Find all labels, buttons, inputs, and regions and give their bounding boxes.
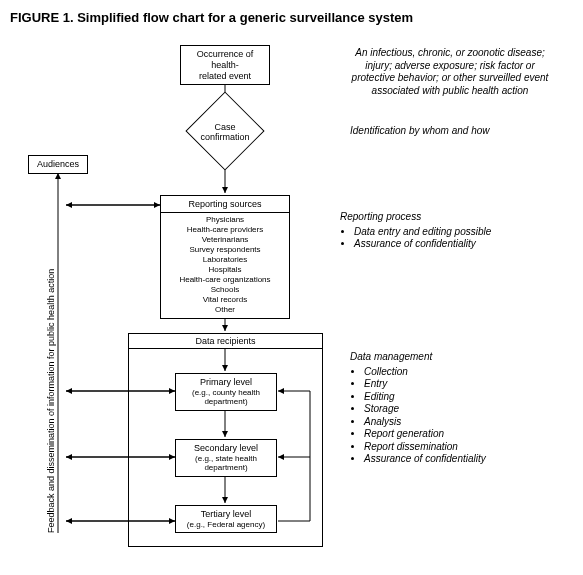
feedback-vertical-label: Feedback and dissemination of informatio… [46, 269, 56, 533]
node-audiences-label: Audiences [33, 159, 83, 170]
annot-data-mgmt-bullet: Assurance of confidentiality [364, 453, 550, 466]
node-secondary-label: Secondary level [180, 443, 272, 454]
node-primary-example: (e.g., county healthdepartment) [180, 388, 272, 407]
node-case-confirmation-label: Caseconfirmation [185, 122, 265, 142]
annot-reporting-bullets: Data entry and editing possibleAssurance… [344, 226, 540, 251]
node-secondary-example: (e.g., state healthdepartment) [180, 454, 272, 473]
annot-occurrence: An infectious, chronic, or zoonotic dise… [340, 47, 560, 97]
reporting-source-item: Other [165, 305, 285, 315]
annot-data-mgmt-bullet: Report generation [364, 428, 550, 441]
node-primary-level: Primary level (e.g., county healthdepart… [175, 373, 277, 411]
node-secondary-level: Secondary level (e.g., state healthdepar… [175, 439, 277, 477]
node-tertiary-example: (e.g., Federal agency) [180, 520, 272, 530]
reporting-source-item: Schools [165, 285, 285, 295]
node-occurrence: Occurrence of health-related event [180, 45, 270, 85]
node-tertiary-label: Tertiary level [180, 509, 272, 520]
node-audiences: Audiences [28, 155, 88, 174]
reporting-sources-list: PhysiciansHealth-care providersVeterinar… [165, 215, 285, 315]
annot-data-mgmt: Data management CollectionEntryEditingSt… [350, 351, 550, 466]
annot-reporting-header: Reporting process [340, 211, 540, 224]
node-primary-label: Primary level [180, 377, 272, 388]
annot-data-mgmt-bullet: Collection [364, 366, 550, 379]
annot-reporting-bullet: Data entry and editing possible [354, 226, 540, 239]
reporting-source-item: Hospitals [165, 265, 285, 275]
node-data-recipients-label: Data recipients [129, 334, 322, 349]
annot-data-mgmt-bullet: Storage [364, 403, 550, 416]
flowchart-canvas: Occurrence of health-related event Casec… [10, 33, 573, 563]
annot-case-confirmation: Identification by whom and how [350, 125, 550, 138]
figure-title: FIGURE 1. Simplified flow chart for a ge… [10, 10, 573, 25]
annot-reporting-bullet: Assurance of confidentiality [354, 238, 540, 251]
reporting-source-item: Veterinarians [165, 235, 285, 245]
reporting-source-item: Health-care organizations [165, 275, 285, 285]
reporting-source-item: Laboratories [165, 255, 285, 265]
node-occurrence-label: Occurrence of health-related event [185, 49, 265, 81]
annot-data-mgmt-header: Data management [350, 351, 550, 364]
annot-data-mgmt-bullet: Report dissemination [364, 441, 550, 454]
annot-data-mgmt-bullet: Entry [364, 378, 550, 391]
annot-data-mgmt-bullets: CollectionEntryEditingStorageAnalysisRep… [354, 366, 550, 466]
reporting-source-item: Health-care providers [165, 225, 285, 235]
annot-reporting: Reporting process Data entry and editing… [340, 211, 540, 251]
reporting-source-item: Survey respondents [165, 245, 285, 255]
node-reporting-sources-label: Reporting sources [161, 196, 289, 213]
node-reporting-sources: Reporting sources PhysiciansHealth-care … [160, 195, 290, 319]
annot-data-mgmt-bullet: Analysis [364, 416, 550, 429]
node-tertiary-level: Tertiary level (e.g., Federal agency) [175, 505, 277, 533]
reporting-source-item: Vital records [165, 295, 285, 305]
annot-data-mgmt-bullet: Editing [364, 391, 550, 404]
reporting-source-item: Physicians [165, 215, 285, 225]
